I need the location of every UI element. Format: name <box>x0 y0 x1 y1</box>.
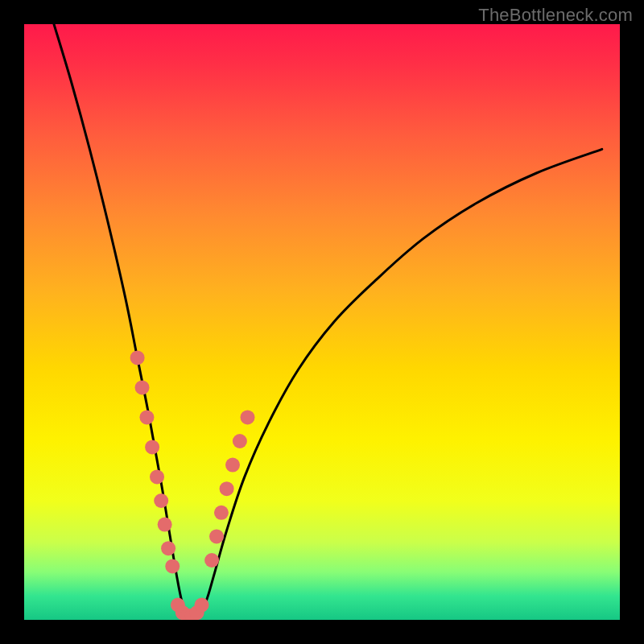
data-point <box>150 469 164 484</box>
data-point <box>135 380 150 394</box>
curve-group <box>54 24 602 619</box>
data-point <box>154 493 168 508</box>
data-point <box>165 559 180 573</box>
watermark-text: TheBottleneck.com <box>478 5 633 26</box>
data-point <box>195 598 209 613</box>
data-point <box>130 350 145 365</box>
chart-frame: TheBottleneck.com <box>0 0 644 644</box>
data-point <box>139 410 154 424</box>
data-point <box>214 506 229 520</box>
data-point <box>241 410 255 424</box>
bottleneck-curve <box>54 24 602 619</box>
data-point <box>209 529 224 543</box>
data-point <box>225 458 240 473</box>
chart-svg <box>24 24 620 620</box>
data-point <box>233 434 247 448</box>
data-point <box>220 481 234 496</box>
plot-area <box>24 24 620 620</box>
data-point <box>204 553 219 568</box>
data-point <box>161 541 175 555</box>
data-point <box>158 518 172 532</box>
dots-group <box>130 350 255 620</box>
data-point <box>145 440 159 454</box>
